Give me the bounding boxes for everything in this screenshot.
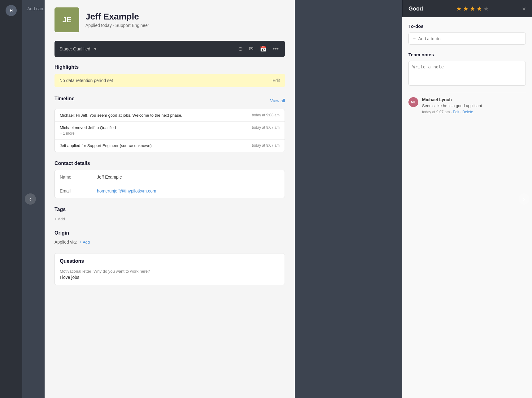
app-logo[interactable]: H (6, 5, 17, 16)
view-all-link[interactable]: View all (270, 98, 285, 103)
timeline-item-time: today at 9:07 am (252, 143, 280, 148)
table-row: Michael: Hi Jeff, You seem good at jobs.… (55, 109, 285, 122)
edit-retention-button[interactable]: Edit (273, 78, 280, 83)
question-answer: I love jobs (60, 275, 280, 280)
note-author-name: Michael Lynch (422, 97, 482, 102)
more-actions-button[interactable]: ••• (272, 45, 280, 54)
team-notes-title: Team notes (408, 52, 526, 57)
email-icon: ✉ (249, 46, 254, 52)
star-3[interactable]: ★ (470, 5, 475, 12)
highlights-section: Highlights No data retention period set … (55, 64, 285, 87)
stage-bar: Stage: Qualified ⊖ ✉ 📅 ••• (55, 41, 285, 57)
note-entry: ML Michael Lynch Seems like he is a good… (408, 92, 526, 114)
questions-title: Questions (60, 258, 280, 264)
timeline-item-time: today at 9:07 am (252, 125, 280, 130)
note-time: today at 9:07 am (422, 110, 450, 114)
detail-panel: JE Jeff Example Applied today · Support … (45, 0, 295, 398)
stage-label[interactable]: Stage: Qualified (59, 46, 234, 51)
prev-candidate-button[interactable]: ‹ (25, 193, 36, 205)
note-delete-button[interactable]: Delete (462, 110, 473, 114)
questions-section: Questions Motivational letter: Why do yo… (55, 253, 285, 285)
note-textarea[interactable] (408, 61, 526, 86)
contact-section: Contact details Name Jeff Example Email … (55, 161, 285, 198)
timeline-item-text: Jeff applied for Support Engineer (sourc… (60, 143, 247, 148)
contact-row-email: Email homerunjeff@tinypilotkvm.com (55, 184, 285, 198)
origin-title: Origin (55, 230, 285, 236)
rating-title: Good (408, 6, 423, 12)
avatar: JE (55, 7, 79, 32)
contact-label-email: Email (60, 188, 97, 193)
candidate-name: Jeff Example (85, 12, 149, 22)
question-label: Motivational letter: Why do you want to … (60, 269, 280, 274)
timeline-section: Timeline View all Michael: Hi Jeff, You … (55, 96, 285, 152)
disqualify-button[interactable]: ⊖ (237, 44, 244, 54)
table-row: Michael moved Jeff to Qualified + 1 more… (55, 122, 285, 140)
note-edit-button[interactable]: Edit (453, 110, 459, 114)
add-tag-button[interactable]: + Add (55, 217, 65, 221)
table-row: Jeff applied for Support Engineer (sourc… (55, 140, 285, 152)
todos-section: To-dos + (408, 24, 526, 45)
contact-title: Contact details (55, 161, 285, 166)
schedule-button[interactable]: 📅 (259, 44, 268, 54)
right-panel-header: Good ★ ★ ★ ★ ★ × (402, 0, 532, 17)
calendar-icon: 📅 (260, 46, 267, 52)
star-2[interactable]: ★ (463, 5, 469, 12)
contact-value-name: Jeff Example (97, 175, 122, 180)
main-background: Add can... ML ‹ › JE Jeff Example Applie… (22, 0, 532, 398)
right-panel-body: To-dos + Team notes ML Michael Lynch (402, 17, 532, 398)
candidate-header: JE Jeff Example Applied today · Support … (55, 7, 285, 32)
origin-row: Applied via: + Add (55, 240, 285, 244)
tags-section: Tags + Add (55, 207, 285, 222)
timeline-more: + 1 more (60, 130, 247, 136)
warning-text: No data retention period set (59, 78, 113, 83)
origin-section: Origin Applied via: + Add (55, 230, 285, 244)
candidate-meta: Applied today · Support Engineer (85, 23, 149, 28)
todos-title: To-dos (408, 24, 526, 29)
timeline-title: Timeline (55, 96, 75, 102)
note-text: Seems like he is a good applicant (422, 103, 482, 108)
highlights-title: Highlights (55, 64, 285, 70)
disqualify-icon: ⊖ (238, 46, 243, 52)
next-candidate-button[interactable]: › (518, 193, 530, 205)
question-item: Motivational letter: Why do you want to … (60, 269, 280, 280)
todo-input-row: + (408, 32, 526, 45)
timeline-item-text: Michael moved Jeff to Qualified (60, 125, 247, 130)
todo-plus-icon[interactable]: + (412, 35, 416, 42)
contact-box: Name Jeff Example Email homerunjeff@tiny… (55, 170, 285, 198)
close-button[interactable]: × (522, 5, 526, 12)
add-candidate-button[interactable]: Add can... (27, 6, 47, 11)
timeline-header: Timeline View all (55, 96, 285, 105)
contact-email-link[interactable]: homerunjeff@tinypilotkvm.com (97, 188, 156, 193)
star-5[interactable]: ★ (483, 5, 489, 12)
candidate-info: Jeff Example Applied today · Support Eng… (85, 12, 149, 28)
origin-applied-via: Applied via: (55, 240, 77, 244)
star-1[interactable]: ★ (456, 5, 462, 12)
note-meta: today at 9:07 am · Edit · Delete (422, 110, 482, 114)
timeline-item-time: today at 9:08 am (252, 113, 280, 117)
ellipsis-icon: ••• (273, 46, 279, 52)
contact-row-name: Name Jeff Example (55, 170, 285, 184)
email-button[interactable]: ✉ (248, 44, 255, 54)
warning-banner: No data retention period set Edit (55, 74, 285, 87)
todo-input[interactable] (418, 36, 522, 41)
sidebar: H (0, 0, 22, 398)
star-4[interactable]: ★ (477, 5, 482, 12)
note-content: Michael Lynch Seems like he is a good ap… (422, 97, 482, 114)
tags-title: Tags (55, 207, 285, 212)
star-rating[interactable]: ★ ★ ★ ★ ★ (456, 5, 489, 12)
questions-box: Questions Motivational letter: Why do yo… (55, 253, 285, 285)
stage-actions: ⊖ ✉ 📅 ••• (237, 44, 280, 54)
contact-label-name: Name (60, 175, 97, 180)
timeline-box: Michael: Hi Jeff, You seem good at jobs.… (55, 109, 285, 152)
add-candidate-label: Add can... (27, 6, 47, 11)
team-notes-section: Team notes ML Michael Lynch Seems like h… (408, 52, 526, 114)
note-author-avatar: ML (408, 97, 418, 107)
right-panel: Good ★ ★ ★ ★ ★ × To-dos + Team notes (402, 0, 532, 398)
timeline-item-text: Michael: Hi Jeff, You seem good at jobs.… (60, 113, 247, 118)
add-origin-button[interactable]: + Add (79, 240, 90, 244)
